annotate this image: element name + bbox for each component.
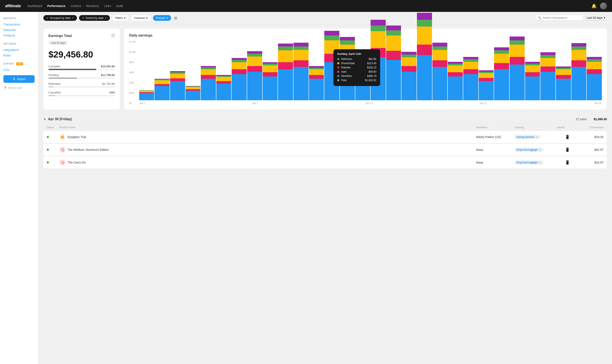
th-tracking: Tracking: [514, 126, 557, 129]
question-icon: ❓: [3, 86, 7, 90]
status-dot: [47, 149, 49, 151]
remove-grouped-icon[interactable]: ✕: [72, 17, 74, 20]
how-to-link[interactable]: ❓ How to use: [3, 86, 35, 90]
bar-group[interactable]: [572, 43, 586, 100]
tooltip-rakuten: Rakuten $150.22: [337, 66, 376, 69]
checkmark-icon: ✓: [46, 16, 49, 20]
bar-group[interactable]: [401, 52, 416, 100]
tracking-chip[interactable]: /long-haul-luggage ⚡: [514, 148, 543, 152]
table-row[interactable]: 🔥 Eyeglass Trial Warby Parker (US) /spri…: [43, 131, 607, 143]
commission: $19.00: [578, 135, 603, 139]
settings-section-title: SETTINGS: [3, 42, 35, 45]
bar-group[interactable]: [479, 70, 494, 100]
table-row[interactable]: 🚫 The Medium: Aluminum Edition Away /lon…: [43, 144, 607, 156]
bar-group[interactable]: [417, 13, 432, 100]
bar-segment-red: [232, 69, 247, 74]
bar-segment-yellow: [201, 69, 216, 75]
bar-group[interactable]: [525, 62, 540, 100]
columns-dropdown[interactable]: Columns ▾: [131, 15, 151, 21]
bar-segment-purple: [432, 43, 448, 47]
bar-group[interactable]: [556, 66, 571, 100]
bar-group[interactable]: [432, 43, 448, 100]
bar-group[interactable]: [510, 37, 525, 100]
nav-dashboard[interactable]: Dashboard: [28, 4, 42, 8]
nav-content[interactable]: Content: [71, 4, 81, 8]
bar-segment-purple: [463, 57, 478, 59]
presets-dropdown[interactable]: Presets ▾: [153, 15, 171, 21]
collapse-icon[interactable]: ▼: [43, 117, 46, 121]
table-row[interactable]: 🚫 The Carry-On Away /long-haul-luggage ⚡…: [43, 156, 607, 169]
sidebar-products[interactable]: Products: [3, 33, 35, 38]
bar-group[interactable]: [232, 58, 247, 100]
bar-segment-blue: [216, 84, 231, 100]
bar-group[interactable]: [386, 26, 401, 100]
sidebar-transactions[interactable]: Transactions: [3, 22, 35, 27]
bar-segment-green: [540, 55, 556, 58]
date-range-button[interactable]: Last 30 days ▾: [585, 15, 607, 21]
chart-title: Daily earnings: [129, 34, 602, 37]
bar-segment-red: [216, 81, 231, 83]
brand-logo[interactable]: affilimate: [5, 4, 21, 8]
bar-segment-red: [540, 66, 556, 72]
bar-group[interactable]: [247, 51, 262, 100]
sidebar-integrations[interactable]: Integrations: [3, 47, 35, 53]
bar-group[interactable]: [186, 86, 200, 100]
bar-segment-purple: [587, 57, 602, 59]
bar-segment-red: [386, 51, 401, 60]
sidebar-networks[interactable]: Networks: [3, 27, 35, 33]
sidebar-csv[interactable]: CSV: [3, 67, 35, 73]
bar-segment-red: [170, 78, 185, 81]
lightning-icon: ⚡: [538, 148, 541, 151]
remove-sorted-icon[interactable]: ✕: [105, 17, 107, 20]
bar-segment-purple: [247, 51, 262, 53]
bar-segment-blue: [401, 72, 416, 100]
bar-group[interactable]: [494, 47, 509, 100]
info-icon[interactable]: ⓘ: [111, 34, 115, 38]
bar-group[interactable]: [201, 66, 216, 100]
bar-group[interactable]: [170, 71, 185, 100]
nav-links[interactable]: Links: [104, 4, 111, 8]
search-icon: 🔍: [538, 16, 541, 20]
tracking-chip[interactable]: /spring-eyewear ⚡: [514, 135, 540, 139]
bar-segment-green: [572, 47, 586, 50]
nav-performance[interactable]: Performance: [47, 4, 66, 8]
bar-group[interactable]: [263, 62, 278, 100]
bar-group[interactable]: [540, 52, 556, 100]
bar-group[interactable]: [293, 43, 308, 100]
bar-segment-green: [401, 55, 416, 57]
bar-segment-purple: [417, 13, 432, 20]
bar-group[interactable]: [587, 57, 602, 100]
bar-segment-blue: [170, 81, 185, 100]
sidebar-rules[interactable]: Rules: [3, 53, 35, 58]
notifications-icon[interactable]: 🔔: [591, 3, 597, 9]
bar-segment-green: [432, 47, 448, 50]
filters-dropdown[interactable]: Filters ▾: [112, 15, 129, 21]
nav-audit[interactable]: Audit: [116, 4, 123, 8]
device-icon: 📱: [565, 160, 570, 165]
grouped-by-date-chip[interactable]: ✓ Grouped by date ✕: [43, 15, 77, 21]
bar-group[interactable]: [278, 43, 293, 100]
import-button[interactable]: ⬆ Import: [3, 75, 35, 83]
bar-segment-green: [463, 59, 478, 62]
nav-revisions[interactable]: Revisions: [86, 4, 99, 8]
bar-group[interactable]: [139, 90, 154, 100]
bar-group[interactable]: [216, 75, 231, 100]
sorted-by-date-chip[interactable]: ✓ Sorted by date ✕: [79, 15, 110, 21]
bar-segment-blue: [556, 79, 571, 100]
bar-segment-red: [448, 72, 463, 77]
bar-group[interactable]: [309, 66, 324, 100]
lightning-icon: ⚡: [535, 136, 538, 139]
bar-segment-blue: [587, 74, 602, 100]
user-avatar[interactable]: [600, 2, 607, 9]
adjust-icon[interactable]: ⊞: [174, 16, 177, 20]
x-label-apr7: Apr 7: [253, 102, 258, 104]
bar-group[interactable]: [448, 62, 463, 100]
bar-group[interactable]: [463, 57, 478, 100]
bar-group[interactable]: [155, 79, 170, 100]
tracking-chip[interactable]: /long-haul-luggage ⚡: [514, 160, 543, 165]
bar-segment-blue: [155, 86, 170, 100]
search-input[interactable]: [543, 16, 577, 19]
bar-segment-yellow: [417, 26, 432, 45]
bar-segment-green: [232, 60, 247, 62]
content-area: Earnings Total ⓘ Last 30 days $29,456.80…: [38, 24, 612, 114]
